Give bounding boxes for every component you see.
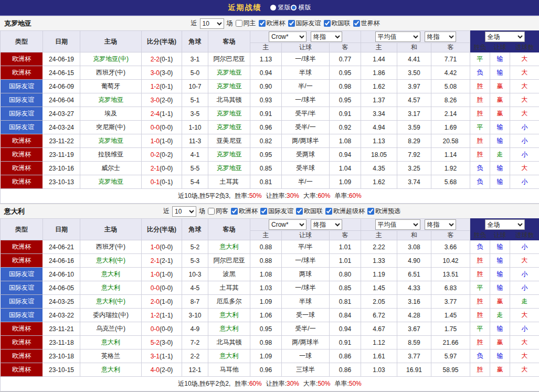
filter-competition-0-0[interactable]: 欧洲杯 (259, 19, 286, 28)
competition-checkbox[interactable] (288, 20, 295, 27)
home-team[interactable]: 拉脱维亚 (80, 148, 142, 162)
filter-competition-1-1[interactable]: 国际友谊 (260, 207, 293, 216)
near-label: 近 (163, 207, 170, 216)
away-team[interactable]: 克罗地亚 (208, 107, 250, 121)
scope-select[interactable]: 全场 (485, 31, 525, 42)
home-team[interactable]: 威尔士 (80, 162, 142, 175)
competition-checkbox[interactable] (324, 20, 331, 27)
home-team[interactable]: 葡萄牙 (80, 80, 142, 93)
home-team[interactable]: 突尼斯(中) (80, 121, 142, 134)
radio-label: 横版 (299, 3, 311, 12)
away-team[interactable]: 阿尔巴尼亚 (208, 52, 250, 66)
filter-competition-0-2[interactable]: 欧国联 (324, 19, 351, 28)
home-team[interactable]: 意大利 (80, 363, 142, 377)
away-team[interactable]: 意大利 (208, 322, 250, 336)
competition-checkbox[interactable] (296, 208, 303, 215)
match-row: 欧洲杯 23-11-19 拉脱维亚 0-2(0-2) 4-1 克罗地亚 0.95… (1, 148, 539, 162)
result-handicap: 输 (490, 52, 510, 66)
final-odds-select[interactable]: 终指 (311, 31, 342, 42)
competition-checkbox[interactable] (259, 20, 266, 27)
away-team[interactable]: 意大利 (208, 349, 250, 363)
final-odds-select-2[interactable]: 终指 (425, 219, 456, 230)
home-team[interactable]: 克罗地亚 (80, 175, 142, 189)
page-title: 近期战绩 (228, 3, 262, 13)
col-handicap: 让球 (282, 231, 330, 240)
competition-checkbox[interactable] (353, 20, 360, 27)
away-team[interactable]: 波黑 (208, 268, 250, 281)
match-count-select[interactable]: 10 (172, 206, 196, 217)
layout-option-1[interactable]: 横版 (291, 3, 311, 12)
away-team[interactable]: 阿尔巴尼亚 (208, 254, 250, 268)
half-time-score: (2-1) (160, 257, 173, 264)
away-team[interactable]: 北马其顿 (208, 336, 250, 349)
filter-competition-0-3[interactable]: 世界杯 (353, 19, 380, 28)
avg-away: 5.68 (431, 175, 470, 189)
away-team[interactable]: 厄瓜多尔 (208, 295, 250, 309)
same-venue-filter[interactable]: 同主 (236, 19, 256, 28)
home-team[interactable]: 克罗地亚 (80, 134, 142, 148)
filter-competition-1-4[interactable]: 欧洲预选 (367, 207, 400, 216)
away-team[interactable]: 克罗地亚 (208, 162, 250, 175)
avg-away: 2.14 (431, 107, 470, 121)
competition-checkbox[interactable] (325, 208, 332, 215)
average-select[interactable]: 平均值 (375, 219, 420, 230)
odds-home: 0.82 (250, 134, 282, 148)
away-team[interactable]: 克罗地亚 (208, 66, 250, 80)
away-team[interactable]: 北马其顿 (208, 93, 250, 107)
handicap: 一/球半 (282, 93, 330, 107)
odds-away: 0.94 (330, 322, 361, 336)
home-team[interactable]: 委内瑞拉(中) (80, 309, 142, 322)
full-time-score: 0-2 (151, 151, 160, 158)
corner-count: 5-3 (182, 254, 208, 268)
half-time-score: (0-1) (160, 56, 173, 63)
home-team[interactable]: 意大利(中) (80, 254, 142, 268)
home-team[interactable]: 意大利 (80, 281, 142, 295)
away-team[interactable]: 意大利 (208, 240, 250, 254)
scope-select[interactable]: 全场 (485, 219, 525, 230)
home-team[interactable]: 意大利(中) (80, 295, 142, 309)
result-wdl: 平 (470, 121, 490, 134)
match-row: 国际友谊 24-03-25 意大利(中) 2-0(1-0) 8-7 厄瓜多尔 1… (1, 295, 539, 309)
away-team[interactable]: 土耳其 (208, 281, 250, 295)
final-odds-select-2[interactable]: 终指 (425, 31, 456, 42)
home-team[interactable]: 乌克兰(中) (80, 322, 142, 336)
score-cell: 0-0(0-0) (142, 322, 182, 336)
competition-checkbox[interactable] (367, 208, 374, 215)
layout-option-0[interactable]: 竖版 (270, 3, 291, 12)
avg-draw: 6.51 (397, 268, 431, 281)
same-venue-filter[interactable]: 同客 (208, 207, 228, 216)
home-team[interactable]: 埃及 (80, 107, 142, 121)
competition-checkbox[interactable] (260, 208, 267, 215)
away-team[interactable]: 意大利 (208, 309, 250, 322)
filter-competition-0-1[interactable]: 国际友谊 (288, 19, 321, 28)
away-team[interactable]: 马耳他 (208, 363, 250, 377)
bookmaker-select[interactable]: Crow* (269, 219, 307, 230)
average-select[interactable]: 平均值 (375, 31, 420, 42)
filter-competition-1-3[interactable]: 欧洲超级杯 (325, 207, 365, 216)
away-team[interactable]: 克罗地亚 (208, 80, 250, 93)
away-team[interactable]: 亚美尼亚 (208, 134, 250, 148)
match-date: 24-06-10 (43, 268, 80, 281)
home-team[interactable]: 克罗地亚 (80, 93, 142, 107)
same-venue-checkbox[interactable] (236, 20, 242, 27)
away-team[interactable]: 克罗地亚 (208, 121, 250, 134)
match-count-select[interactable]: 10 (200, 18, 224, 29)
home-team[interactable]: 意大利 (80, 336, 142, 349)
odds-home: 0.98 (250, 336, 282, 349)
home-team[interactable]: 西班牙(中) (80, 240, 142, 254)
average-header: 平均值终指 (361, 31, 470, 43)
away-team[interactable]: 土耳其 (208, 175, 250, 189)
final-odds-select[interactable]: 终指 (311, 219, 342, 230)
same-venue-checkbox[interactable] (208, 208, 215, 215)
competition-checkbox[interactable] (231, 208, 238, 215)
filter-competition-1-0[interactable]: 欧洲杯 (231, 207, 258, 216)
home-team[interactable]: 西班牙(中) (80, 66, 142, 80)
away-team[interactable]: 克罗地亚 (208, 148, 250, 162)
bookmaker-select[interactable]: Crow* (269, 31, 307, 42)
odds-home: 0.94 (250, 66, 282, 80)
filter-competition-1-2[interactable]: 欧国联 (296, 207, 323, 216)
home-team[interactable]: 意大利 (80, 268, 142, 281)
home-team[interactable]: 克罗地亚(中) (80, 52, 142, 66)
home-team[interactable]: 英格兰 (80, 349, 142, 363)
half-time-score: (3-0) (160, 339, 173, 346)
